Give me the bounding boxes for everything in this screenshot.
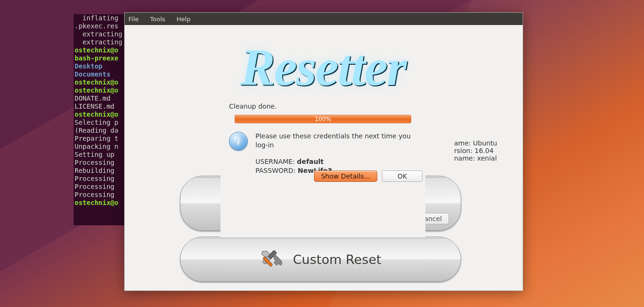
menubar: File Tools Help [125, 13, 523, 25]
custom-reset-button[interactable]: Custom Reset [180, 237, 461, 282]
menu-tools[interactable]: Tools [150, 16, 165, 23]
background-terminal: inflating .pkexec.res extracting extract… [74, 14, 124, 225]
show-details-button[interactable]: Show Details... [314, 171, 377, 182]
menu-file[interactable]: File [128, 16, 139, 23]
os-version: rsion: 16.04 [454, 147, 497, 154]
ok-button[interactable]: OK [382, 171, 423, 182]
os-info-block: ame: Ubuntu rsion: 16.04 name: xenial [454, 139, 497, 162]
progress-label: Cleanup done. [229, 102, 417, 110]
progress-bar: 100% [235, 115, 411, 123]
app-logo: Resetter [241, 39, 407, 97]
info-icon: i [229, 132, 248, 151]
os-name: ame: Ubuntu [454, 139, 497, 147]
password-label: PASSWORD: [255, 167, 296, 174]
credentials-hint: Please use these credentials the next ti… [255, 132, 417, 150]
custom-reset-label: Custom Reset [293, 252, 381, 267]
hammer-wrench-icon [260, 248, 285, 270]
menu-help[interactable]: Help [177, 16, 191, 23]
cleanup-dialog: Cleanup done. 100% i Please use these cr… [220, 96, 425, 238]
progress-percent: 100% [315, 116, 331, 122]
logo-wrap: Resetter [128, 42, 519, 94]
dialog-text: Please use these credentials the next ti… [255, 132, 417, 175]
username-label: USERNAME: [255, 158, 295, 165]
app-body: Resetter ame: Ubuntu rsion: 16.04 name: … [125, 25, 523, 99]
os-codename: name: xenial [454, 154, 497, 162]
resetter-window: File Tools Help Resetter ame: Ubuntu rsi… [124, 12, 523, 291]
username-value: default [297, 158, 324, 165]
